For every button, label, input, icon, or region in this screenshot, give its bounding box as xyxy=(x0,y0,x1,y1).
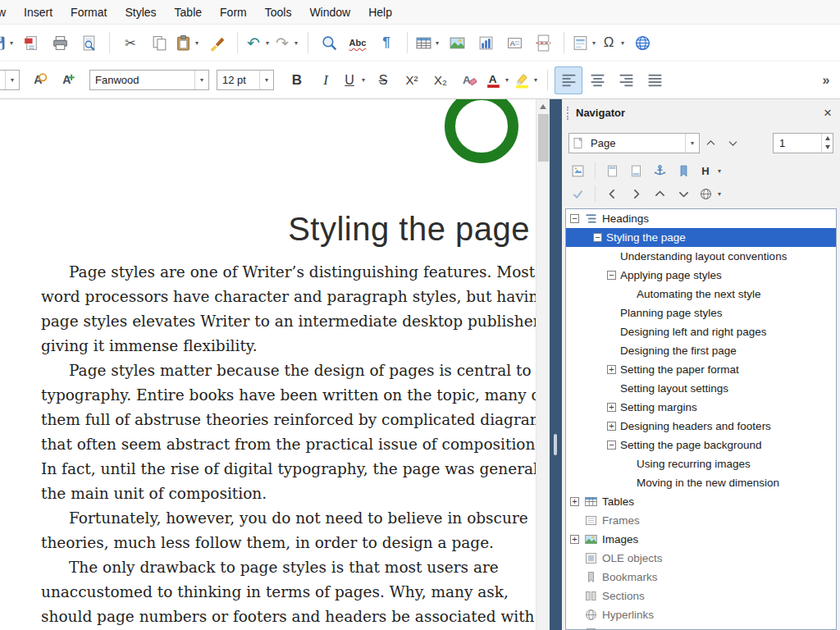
tree-item[interactable]: Designing left and right pages xyxy=(566,322,836,341)
spelling-button[interactable]: Abc xyxy=(344,29,372,57)
dropdown-arrow-icon[interactable] xyxy=(291,29,301,57)
expand-icon[interactable]: + xyxy=(570,497,579,506)
tree-item[interactable]: Planning page styles xyxy=(566,304,836,322)
tree-item[interactable]: +Setting margins xyxy=(566,398,836,417)
insert-image-button[interactable] xyxy=(443,29,471,57)
expand-icon[interactable]: + xyxy=(607,422,616,431)
align-justify-button[interactable] xyxy=(641,66,669,94)
demote-level-button[interactable] xyxy=(625,184,647,204)
menu-tools[interactable]: Tools xyxy=(256,2,301,23)
dropdown-arrow-icon[interactable] xyxy=(618,29,628,57)
dropdown-arrow-icon[interactable] xyxy=(7,29,16,57)
dropdown-arrow-icon[interactable] xyxy=(259,71,273,89)
dropdown-arrow-icon[interactable] xyxy=(531,66,541,94)
toolbar-overflow-button[interactable]: » xyxy=(812,66,840,94)
tree-item[interactable]: Designing the first page xyxy=(566,341,836,360)
dropdown-arrow-icon[interactable] xyxy=(192,29,202,57)
hyperlink-button[interactable] xyxy=(628,29,656,57)
italic-button[interactable]: I xyxy=(312,66,340,94)
insert-field-button[interactable] xyxy=(571,29,599,57)
dropdown-arrow-icon[interactable] xyxy=(432,29,442,57)
cut-button[interactable]: ✂ xyxy=(116,29,144,57)
font-size-combo[interactable]: 12 pt xyxy=(217,70,274,90)
copy-button[interactable] xyxy=(145,29,173,57)
print-preview-button[interactable] xyxy=(75,29,103,57)
insert-chart-button[interactable] xyxy=(472,29,500,57)
dropdown-arrow-icon[interactable] xyxy=(194,71,208,89)
insert-textbox-button[interactable]: A xyxy=(500,29,528,57)
sidebar-splitter[interactable] xyxy=(550,99,562,630)
expand-icon[interactable]: + xyxy=(570,535,579,544)
tree-item[interactable]: Setting layout settings xyxy=(566,379,836,398)
font-name-combo[interactable]: Fanwood xyxy=(89,70,209,90)
dropdown-arrow-icon[interactable] xyxy=(262,29,272,57)
heading-levels-button[interactable]: H xyxy=(696,161,724,181)
spin-down-icon[interactable] xyxy=(822,143,833,153)
dropdown-arrow-icon[interactable] xyxy=(5,71,19,89)
insert-pagebreak-button[interactable] xyxy=(529,29,557,57)
menu-window[interactable]: Window xyxy=(300,2,359,23)
anchor-text-button[interactable] xyxy=(649,161,671,181)
next-page-button[interactable] xyxy=(722,132,744,153)
tree-item[interactable]: −Styling the page xyxy=(566,228,836,247)
scroll-up-icon[interactable] xyxy=(536,99,550,113)
tree-item[interactable]: Sections xyxy=(566,587,836,605)
dropdown-arrow-icon[interactable] xyxy=(714,180,724,208)
header-button[interactable] xyxy=(601,161,623,181)
strikethrough-button[interactable]: S xyxy=(369,66,397,94)
scrollbar-thumb[interactable] xyxy=(538,114,549,162)
tree-item[interactable]: Moving in the new dimension xyxy=(566,473,836,492)
update-style-button[interactable]: A xyxy=(25,66,53,94)
print-button[interactable] xyxy=(46,29,74,57)
footer-button[interactable] xyxy=(625,161,647,181)
tree-item[interactable]: Using recurring images xyxy=(566,454,836,473)
menu-format[interactable]: Format xyxy=(62,2,116,23)
tree-item[interactable]: Automating the next style xyxy=(566,285,836,304)
collapse-icon[interactable]: − xyxy=(593,233,602,242)
drag-mode-button[interactable] xyxy=(696,184,724,204)
tree-item[interactable]: −Headings xyxy=(566,209,836,228)
subscript-button[interactable]: X₂ xyxy=(427,66,454,94)
tree-item[interactable]: +Tables xyxy=(566,492,836,511)
new-style-button[interactable]: A xyxy=(54,66,82,94)
dropdown-arrow-icon[interactable] xyxy=(358,66,368,94)
clear-formatting-button[interactable]: A xyxy=(455,66,483,94)
tree-item[interactable]: Frames xyxy=(566,511,836,530)
expand-icon[interactable]: + xyxy=(607,403,616,412)
clone-formatting-button[interactable] xyxy=(203,29,231,57)
menu-view[interactable]: View xyxy=(0,2,15,23)
set-reminder-button[interactable] xyxy=(673,161,695,181)
paste-button[interactable] xyxy=(174,29,202,57)
font-color-button[interactable]: A xyxy=(484,66,512,94)
align-center-button[interactable] xyxy=(583,66,611,94)
collapse-icon[interactable]: − xyxy=(607,441,616,450)
redo-button[interactable]: ↷ xyxy=(273,29,301,57)
align-left-button[interactable] xyxy=(555,66,582,94)
document-canvas[interactable]: Styling the page Page styles are one of … xyxy=(0,99,550,630)
tree-item[interactable]: +Designing headers and footers xyxy=(566,417,836,436)
dropdown-arrow-icon[interactable] xyxy=(589,29,599,57)
splitter-handle-icon[interactable] xyxy=(554,434,557,455)
menu-table[interactable]: Table xyxy=(166,2,211,23)
tree-item[interactable]: Hyperlinks xyxy=(566,605,836,624)
tree-item[interactable]: Bookmarks xyxy=(566,568,836,587)
tree-item[interactable]: +Images xyxy=(566,530,836,549)
collapse-icon[interactable]: − xyxy=(607,271,616,280)
superscript-button[interactable]: X² xyxy=(398,66,426,94)
menu-insert[interactable]: Insert xyxy=(15,2,62,23)
insert-table-button[interactable] xyxy=(414,29,442,57)
paragraph-style-combo[interactable] xyxy=(0,70,20,90)
special-character-button[interactable]: Ω xyxy=(600,29,628,57)
page-number-spinner[interactable]: 1 xyxy=(773,133,833,153)
export-pdf-button[interactable] xyxy=(17,29,45,57)
close-icon[interactable] xyxy=(822,106,833,121)
promote-level-button[interactable] xyxy=(601,184,623,204)
tree-item[interactable]: OLE objects xyxy=(566,549,836,568)
formatting-marks-button[interactable]: ¶ xyxy=(372,29,400,57)
spin-up-icon[interactable] xyxy=(822,134,833,144)
expand-icon[interactable]: + xyxy=(607,365,616,374)
find-replace-button[interactable] xyxy=(315,29,343,57)
drag-grip-icon[interactable] xyxy=(567,107,569,120)
demote-chapter-button[interactable] xyxy=(673,184,695,204)
bold-button[interactable]: B xyxy=(283,66,311,94)
